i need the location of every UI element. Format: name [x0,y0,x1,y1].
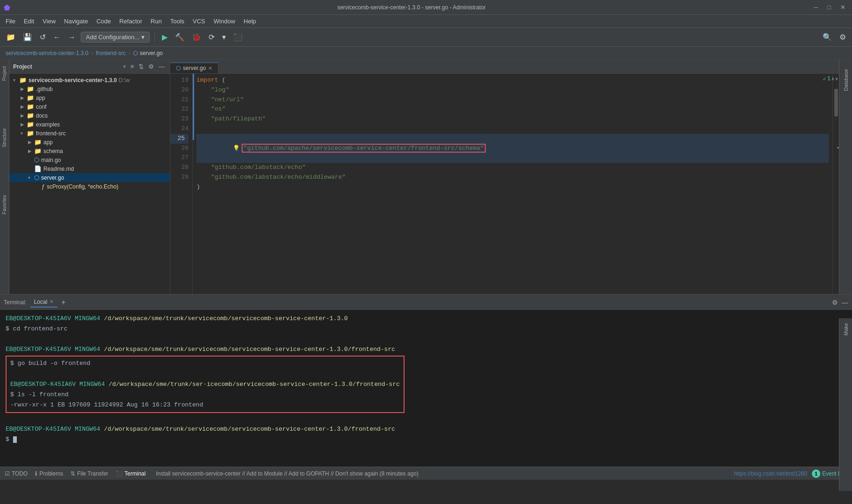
menu-item-code[interactable]: Code [93,16,115,26]
breadcrumb-project[interactable]: servicecomb-service-center-1.3.0 [6,50,88,56]
terminal-minimize-button[interactable]: — [842,299,848,306]
breadcrumb-filename[interactable]: server.go [140,50,162,56]
keyword: import [196,77,218,84]
database-tab[interactable]: Database [843,69,849,91]
folder-icon-docs: 📁 [27,112,34,119]
menu-item-run[interactable]: Run [147,16,166,26]
terminal-go-build: $ go build -o frontend [10,360,91,367]
line-num: 20 [170,85,189,95]
favorites-side-tab[interactable]: Favorites [2,192,7,217]
terminal-tab-local[interactable]: Local ✕ [30,297,58,308]
folder-icon-github: 📁 [27,85,34,92]
item-name: app [36,95,45,101]
toolbar-open-button[interactable]: 📁 [4,31,18,43]
terminal-tab-close[interactable]: ✕ [49,299,54,305]
tree-item-frontend-src[interactable]: ▾ 📁 frontend-src [9,129,170,138]
file-transfer-tab[interactable]: ⇅ File Transfer [70,470,108,477]
settings-button-extra[interactable]: ▾ [220,31,228,43]
terminal-content[interactable]: EB@DESKTOP-K45IA6V MINGW64 /d/workspace/… [0,310,852,467]
search-button[interactable]: 🔍 [820,31,834,43]
arrow-down[interactable]: ∨ [835,76,838,82]
tree-item-scproxy[interactable]: ▶ ƒ scProxy(Config, *echo.Echo) [9,182,170,191]
transfer-icon: ⇅ [70,470,75,477]
terminal-tab-name: Local [34,299,48,305]
terminal-status-tab[interactable]: ⬛ Terminal [116,470,146,477]
menu-bar: FileEditViewNavigateCodeRefactorRunTools… [0,15,852,28]
status-message[interactable]: Install servicecomb-service-center // Ad… [156,470,419,477]
add-config-arrow: ▾ [141,34,145,41]
toolbar-back-button[interactable]: ← [51,31,63,43]
todo-tab[interactable]: ☑ TODO [5,470,28,477]
bulb-icon[interactable]: 💡 [233,145,240,152]
tree-item-docs[interactable]: ▶ 📁 docs [9,111,170,120]
tree-item-readme[interactable]: ▶ 📄 Readme.md [9,164,170,173]
menu-item-file[interactable]: File [2,16,19,26]
menu-item-navigate[interactable]: Navigate [60,16,91,26]
root-arrow: ▾ [13,77,18,83]
terminal-label: Terminal: [4,299,27,306]
tree-item-schema[interactable]: ▶ 📁 schema [9,147,170,155]
settings-button[interactable]: ⚙ [837,31,848,43]
debug-button[interactable]: 🐞 [189,31,203,43]
terminal-line-3: EB@DESKTOP-K45IA6V MINGW64 /d/workspace/… [10,379,400,390]
terminal-add-button[interactable]: + [61,298,65,307]
menu-item-refactor[interactable]: Refactor [116,16,146,26]
tab-close-button[interactable]: ✕ [208,65,212,71]
string-os: "os" [211,105,225,112]
menu-item-tools[interactable]: Tools [167,16,188,26]
project-dropdown-arrow[interactable]: ▾ [123,63,126,70]
scrollbar-track[interactable] [833,84,839,294]
breadcrumb-folder[interactable]: frontend-src [96,50,126,56]
build-button[interactable]: 🔨 [173,31,187,43]
add-configuration-button[interactable]: Add Configuration... ▾ [81,32,150,42]
menu-item-vcs[interactable]: VCS [189,16,209,26]
go-icon-main: ⬡ [34,156,39,163]
menu-item-help[interactable]: Help [240,16,260,26]
string-pathfilepath: "path/filepath" [211,115,265,122]
toolbar-forward-button[interactable]: → [66,31,78,43]
minimize-button[interactable]: ─ [811,3,821,12]
terminal-user-1: EB@DESKTOP-K45IA6V [6,315,71,322]
close-button[interactable]: ✕ [838,3,848,12]
tree-item-examples[interactable]: ▶ 📁 examples [9,120,170,129]
code-line-19: import ( [196,76,829,85]
hide-panel-button[interactable]: — [157,62,166,71]
collapse-all-button[interactable]: ≡ [129,62,135,71]
run-button[interactable]: ▶ [160,31,170,43]
menu-item-view[interactable]: View [39,16,59,26]
terminal-line-cmd1: $ cd frontend-src [6,324,846,334]
project-actions: ≡ ⇅ ⚙ — [129,62,166,71]
make-tab[interactable]: Make [843,323,849,336]
maximize-button[interactable]: □ [824,3,834,12]
status-link[interactable]: https://blog.csdn.net/test1280 [734,470,807,477]
tree-item-github[interactable]: ▶ 📁 .github [9,84,170,93]
item-name: conf [36,104,47,110]
root-name: servicecomb-service-center-1.3.0 [28,77,117,84]
editor-tab-servergo[interactable]: ⬡ server.go ✕ [170,63,218,73]
breadcrumb: servicecomb-service-center-1.3.0 › front… [0,47,852,60]
tree-item-maingo[interactable]: ▶ ⬡ main.go [9,155,170,164]
problems-label: Problems [39,470,63,477]
menu-item-edit[interactable]: Edit [20,16,38,26]
tree-item-servergo[interactable]: ▾ ⬡ server.go [9,173,170,182]
code-content[interactable]: import ( "log" "net/url" "os" "path/file… [193,74,832,294]
tree-root[interactable]: ▾ 📁 servicecomb-service-center-1.3.0 D:\… [9,76,170,84]
toolbar-save-button[interactable]: 💾 [21,31,35,43]
problems-tab[interactable]: ℹ Problems [35,470,63,477]
tree-item-app2[interactable]: ▶ 📁 app [9,138,170,147]
reload-button[interactable]: ⟳ [206,31,217,43]
terminal-shell-1: MINGW64 [75,315,100,322]
code-line-21: "net/url" [196,95,829,105]
terminal-user-4: EB@DESKTOP-K45IA6V [6,426,71,433]
structure-side-tab[interactable]: Structure [2,126,7,150]
stop-button[interactable]: ⬛ [231,31,245,43]
toolbar-refresh-button[interactable]: ↺ [37,31,48,43]
tree-item-conf[interactable]: ▶ 📁 conf [9,102,170,111]
settings-icon[interactable]: ⚙ [147,62,155,71]
project-side-tab[interactable]: Project [2,63,7,84]
terminal-settings-button[interactable]: ⚙ [832,299,838,306]
menu-item-window[interactable]: Window [210,16,239,26]
editor-scrollbar[interactable]: ✓ 1 ∧ ∨ [832,74,839,294]
tree-item-app[interactable]: ▶ 📁 app [9,93,170,102]
expand-button[interactable]: ⇅ [137,62,145,71]
